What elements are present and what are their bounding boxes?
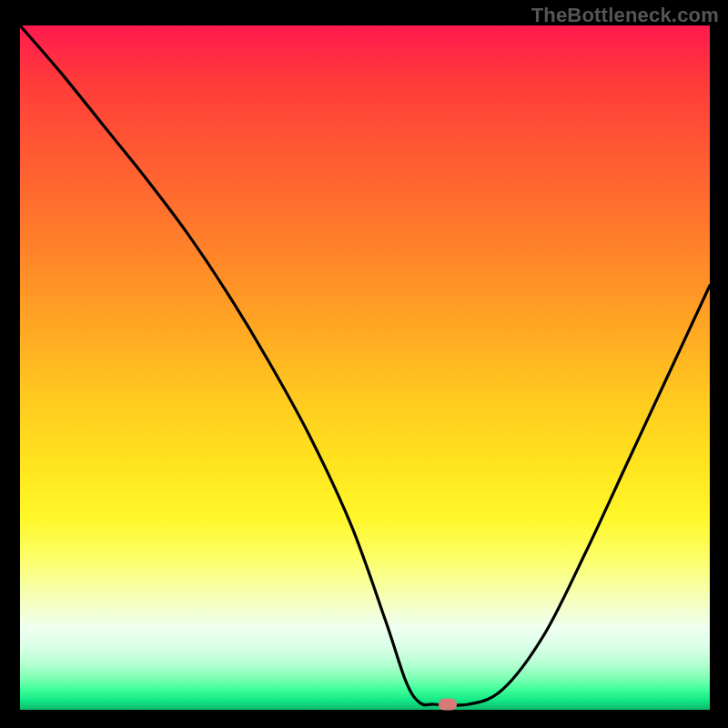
optimal-point-marker (439, 698, 457, 710)
bottleneck-curve (20, 25, 710, 710)
watermark-text: TheBottleneck.com (531, 4, 719, 27)
plot-area (20, 25, 710, 710)
chart-frame: TheBottleneck.com (0, 0, 728, 728)
